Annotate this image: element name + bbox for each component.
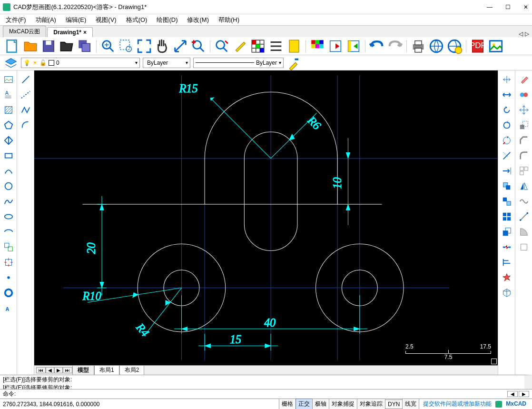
rectangle-button[interactable]	[1, 149, 16, 163]
scale-button[interactable]	[517, 118, 531, 132]
diag-button[interactable]	[517, 209, 531, 224]
list-button[interactable]	[267, 39, 285, 54]
text-button[interactable]: A	[1, 301, 16, 315]
layout2-tab[interactable]: 布局2	[119, 365, 145, 375]
arc3p-button[interactable]	[19, 118, 33, 132]
block-make-button[interactable]	[1, 255, 16, 269]
align-button[interactable]	[500, 255, 514, 269]
toggle-ortho[interactable]: 正交	[296, 399, 313, 409]
model-tab[interactable]: 模型	[72, 365, 94, 375]
pdf-button[interactable]: PDF	[469, 39, 486, 54]
zoom-previous-button[interactable]	[190, 39, 207, 54]
zoom-window-button[interactable]	[118, 39, 135, 54]
isometric-button[interactable]	[500, 286, 514, 300]
tab-drawing1[interactable]: Drawing1*×	[47, 27, 93, 37]
layout-next-button[interactable]: ▶	[54, 367, 63, 373]
drawing-canvas[interactable]: R15 R6 10 20	[34, 70, 498, 365]
layout1-tab[interactable]: 布局1	[94, 365, 119, 375]
properties-grid-button[interactable]	[249, 39, 266, 54]
break-button[interactable]	[500, 240, 514, 254]
layout-first-button[interactable]: ⏮	[36, 367, 46, 373]
mtext-button[interactable]: A	[1, 88, 16, 102]
toggle-otrack[interactable]: 对象追踪	[357, 399, 385, 409]
color-dropdown[interactable]: ByLayer ▾	[143, 58, 190, 68]
donut-button[interactable]	[1, 286, 16, 300]
menu-function[interactable]: 功能(A)	[34, 15, 58, 25]
close-tab-icon[interactable]: ×	[83, 29, 87, 36]
close-button[interactable]: ✕	[522, 4, 529, 10]
wave-button[interactable]	[517, 194, 531, 209]
palette-button[interactable]	[309, 39, 326, 54]
new-button[interactable]	[4, 39, 21, 54]
erase-button[interactable]	[517, 72, 531, 87]
layout-prev-button[interactable]: ◀	[46, 367, 54, 373]
offset-button[interactable]	[500, 225, 514, 239]
print-button[interactable]	[410, 39, 427, 54]
chamfer-button[interactable]	[517, 133, 531, 148]
tab-next-icon[interactable]: ▷	[525, 30, 529, 37]
zoom-in-button[interactable]	[99, 39, 117, 54]
scale-rotate-button[interactable]	[500, 133, 514, 148]
spline-button[interactable]	[1, 194, 16, 209]
draw-order-button[interactable]	[286, 57, 301, 69]
circle-button[interactable]	[1, 179, 16, 193]
point-button[interactable]	[1, 270, 16, 285]
rotate-left-button[interactable]	[500, 103, 514, 117]
cmd-scroll-left[interactable]: ◀	[507, 391, 518, 397]
rotate-button[interactable]	[500, 118, 514, 132]
mirror2-button[interactable]	[517, 179, 531, 193]
menu-help[interactable]: 帮助(H)	[217, 15, 241, 25]
quarter-button[interactable]	[517, 225, 531, 239]
trim-button[interactable]	[500, 149, 514, 163]
undo-button[interactable]	[368, 39, 385, 54]
layout-last-button[interactable]: ⏭	[63, 367, 72, 373]
block-insert-button[interactable]	[1, 240, 16, 254]
layer-manager-button[interactable]	[4, 57, 18, 69]
pan-button[interactable]	[154, 39, 171, 54]
stretch-button[interactable]	[500, 88, 514, 102]
zoom-extents-button[interactable]	[136, 39, 153, 54]
compare-in-button[interactable]	[345, 39, 362, 54]
extend-button[interactable]	[500, 164, 514, 178]
ellipse-arc-button[interactable]	[1, 225, 16, 239]
feedback-link[interactable]: 提交软件问题或增加新功能	[419, 400, 495, 408]
misc-button[interactable]	[517, 240, 531, 254]
ellipse-button[interactable]	[1, 209, 16, 224]
command-input[interactable]	[16, 391, 503, 398]
menu-modify[interactable]: 修改(M)	[185, 15, 211, 25]
mirror-button[interactable]	[517, 88, 531, 102]
layer-dropdown[interactable]: 💡 ☀ 🔓 0 ▾	[21, 58, 140, 68]
menu-format[interactable]: 格式(O)	[124, 15, 149, 25]
toggle-polar[interactable]: 极轴	[312, 399, 329, 409]
fillet-button[interactable]	[517, 149, 531, 163]
line-button[interactable]	[19, 72, 33, 87]
lengthen-button[interactable]	[517, 164, 531, 178]
page-button[interactable]	[286, 39, 303, 54]
menu-draw[interactable]: 绘图(D)	[155, 15, 179, 25]
save-button[interactable]	[40, 39, 57, 54]
arc-button[interactable]	[1, 164, 16, 178]
open-button[interactable]	[22, 39, 39, 54]
maximize-button[interactable]: ☐	[504, 4, 511, 10]
web-settings-button[interactable]	[446, 39, 463, 54]
linetype-dropdown[interactable]: ByLayer ▾	[193, 58, 284, 68]
explode-button[interactable]	[500, 270, 514, 285]
toggle-grid[interactable]: 栅格	[279, 399, 296, 409]
menu-edit[interactable]: 编辑(E)	[64, 15, 88, 25]
copy-button[interactable]	[500, 179, 514, 193]
menu-file[interactable]: 文件(F)	[4, 15, 28, 25]
move-button[interactable]	[500, 72, 514, 87]
array-button[interactable]	[500, 209, 514, 224]
hatch-button[interactable]	[1, 103, 16, 117]
menu-view[interactable]: 视图(V)	[94, 15, 118, 25]
image-button[interactable]	[487, 39, 504, 54]
cmd-scroll-right[interactable]: ▶	[519, 391, 529, 397]
move-4way-button[interactable]	[517, 103, 531, 117]
open-folder-button[interactable]	[58, 39, 75, 54]
tab-mxcad-cloud[interactable]: MxCAD云图	[3, 26, 46, 37]
minimize-button[interactable]: —	[486, 4, 493, 10]
polygon-button[interactable]	[1, 133, 16, 148]
pentagon-button[interactable]	[1, 118, 16, 132]
redo-button[interactable]	[386, 39, 404, 54]
pline-button[interactable]	[19, 103, 33, 117]
